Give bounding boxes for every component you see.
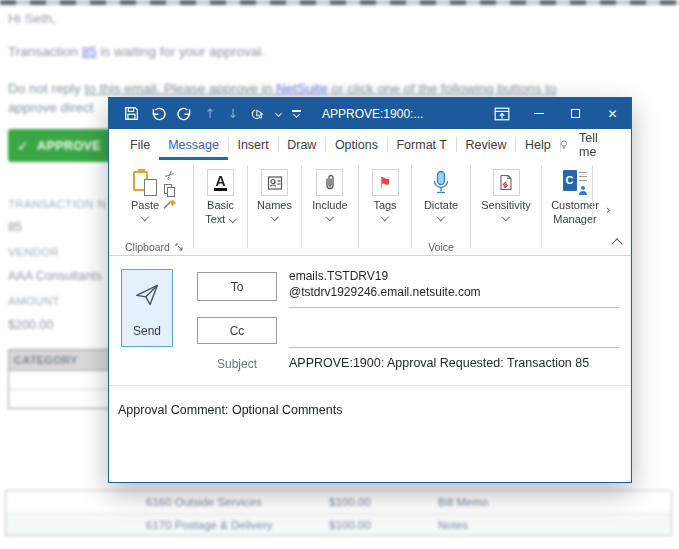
sensitivity-button[interactable]: Sensitivity [481, 160, 531, 240]
chevron-down-icon [271, 213, 279, 221]
subject-field[interactable]: APPROVE:1900: Approval Requested: Transa… [289, 356, 589, 370]
ribbon-group-basic-text: A Basic Text [194, 160, 247, 255]
field-label-amount: AMOUNT [8, 295, 108, 307]
tab-help[interactable]: Help [516, 129, 560, 160]
paragraph-text: to this email. Please approve in [85, 81, 276, 96]
transaction-link[interactable]: 85 [82, 44, 97, 59]
basic-text-button[interactable]: A Basic Text [205, 160, 236, 240]
cell-account: 6170 Postage & Delivery [146, 514, 273, 536]
ribbon-group-names: Names [248, 160, 301, 255]
tags-label: Tags [373, 198, 396, 212]
collapse-ribbon-icon[interactable] [611, 238, 622, 249]
ribbon: Paste ✂ Clipboard [109, 160, 631, 256]
cc-button[interactable]: Cc [197, 317, 277, 344]
ribbon-group-tags: ⚑ Tags [359, 160, 411, 255]
field-label-transaction-number: TRANSACTION N [8, 198, 108, 210]
dictate-button[interactable]: Dictate [424, 160, 458, 240]
paragraph-text: or click one of the following buttons to [328, 81, 557, 96]
paper-plane-icon [134, 282, 160, 308]
tell-me-control[interactable]: Tell me [560, 131, 603, 159]
window-controls: ✕ [483, 98, 631, 129]
minimize-button[interactable] [520, 98, 557, 129]
cell-amount: $100.00 [329, 491, 371, 513]
cc-field-underline[interactable] [289, 347, 619, 348]
paragraph-text: Do not reply [8, 81, 85, 96]
tab-insert[interactable]: Insert [228, 129, 277, 160]
close-button[interactable]: ✕ [594, 98, 631, 129]
approve-button[interactable]: ✓ APPROVE [8, 129, 110, 162]
table-row: 6160 Outside Services $100.00 Bill Memo [6, 491, 671, 513]
subject-label: Subject [197, 357, 277, 371]
include-button[interactable]: Include [312, 160, 347, 240]
ribbon-group-customer-manager: C Customer Manager [542, 160, 608, 255]
ribbon-tab-row: File Message Insert Draw Options Format … [109, 129, 631, 160]
cc-button-label: Cc [230, 324, 245, 338]
ribbon-group-include: Include [302, 160, 358, 255]
cell-amount: $100.00 [329, 514, 371, 536]
to-address-line1: emails.TSTDRV19 [289, 269, 388, 283]
sensitivity-document-icon [493, 169, 520, 196]
clipboard-group-footer: Clipboard [115, 241, 193, 253]
include-label: Include [312, 198, 347, 212]
format-painter-icon[interactable] [162, 200, 177, 213]
email-top-border [0, 0, 679, 5]
customize-toolbar-icon[interactable] [290, 110, 302, 116]
save-icon[interactable] [122, 105, 140, 123]
field-value-amount: $200.00 [8, 318, 53, 332]
ribbon-display-options-icon[interactable] [483, 98, 520, 129]
names-label: Names [257, 198, 292, 212]
dialog-launcher-icon[interactable] [175, 243, 183, 251]
undo-icon[interactable] [149, 105, 167, 123]
to-button[interactable]: To [197, 272, 277, 301]
ribbon-group-voice: Dictate Voice [412, 160, 470, 255]
close-icon: ✕ [607, 107, 617, 121]
chevron-down-icon [229, 214, 237, 222]
window-title: APPROVE:1900:... [322, 107, 423, 121]
maximize-button[interactable] [557, 98, 594, 129]
send-button[interactable]: Send [121, 269, 173, 347]
netsuite-link[interactable]: NetSuite [276, 81, 328, 96]
email-greeting: Hi Seth, [8, 11, 56, 26]
lightbulb-icon [560, 137, 568, 153]
tab-options[interactable]: Options [326, 129, 387, 160]
to-address-line2: @tstdrv1929246.email.netsuite.com [289, 285, 481, 299]
screen: Hi Seth, Transaction 85 is waiting for y… [0, 0, 679, 549]
clipboard-group-label: Clipboard [125, 241, 170, 253]
category-empty-row [9, 371, 120, 390]
microphone-icon [431, 167, 451, 198]
paperclip-icon [316, 169, 343, 196]
compose-header: Send To Cc emails.TSTDRV19 @tstdrv192924… [109, 256, 631, 386]
paste-label: Paste [131, 198, 159, 212]
title-bar[interactable]: ↑ ↓ APPROVE:1900:... [109, 98, 631, 129]
voice-group-label: Voice [428, 241, 454, 253]
names-button[interactable]: Names [257, 160, 292, 240]
tab-draw[interactable]: Draw [278, 129, 325, 160]
chevron-down-icon[interactable] [275, 110, 282, 117]
move-down-icon-disabled: ↓ [226, 106, 240, 121]
tab-file[interactable]: File [121, 129, 159, 160]
customer-manager-icon: C [562, 167, 589, 198]
tab-review[interactable]: Review [456, 129, 515, 160]
copy-icon[interactable] [164, 184, 176, 197]
tab-message[interactable]: Message [159, 129, 228, 160]
customer-manager-label-line2: Manager [553, 213, 596, 225]
tell-me-label: Tell me [579, 131, 603, 159]
more-commands-icon[interactable]: › [606, 202, 611, 217]
chevron-down-icon [141, 213, 149, 221]
send-label: Send [133, 324, 161, 338]
category-header: CATEGORY [9, 350, 120, 371]
touch-mouse-mode-icon[interactable] [249, 105, 267, 123]
approve-button-label: APPROVE [37, 139, 101, 153]
tags-button[interactable]: ⚑ Tags [372, 160, 399, 240]
tab-format-text[interactable]: Format T [387, 129, 455, 160]
to-recipient-value[interactable]: emails.TSTDRV19 @tstdrv1929246.email.net… [289, 268, 481, 300]
category-table: CATEGORY [8, 349, 121, 409]
paste-button[interactable]: Paste [131, 160, 159, 240]
to-field-underline[interactable] [289, 307, 619, 308]
cut-icon[interactable]: ✂ [162, 167, 178, 183]
flag-icon: ⚑ [372, 169, 399, 196]
paste-clipboard-icon [133, 167, 157, 198]
redo-icon[interactable] [176, 105, 194, 123]
message-body[interactable]: Approval Comment: Optional Comments [109, 386, 631, 482]
ribbon-group-clipboard: Paste ✂ Clipboard [115, 160, 193, 255]
